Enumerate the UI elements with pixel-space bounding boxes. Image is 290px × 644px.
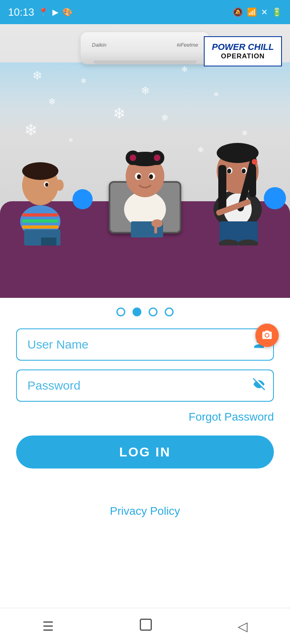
- svg-rect-1: [22, 213, 58, 217]
- nav-bar: ☰ ◁: [0, 608, 290, 644]
- youtube-icon: ▶: [52, 7, 58, 17]
- badge-title: POWER CHILL: [212, 42, 274, 52]
- ball-left: [72, 189, 93, 209]
- svg-point-8: [45, 183, 48, 187]
- carousel-dot-0[interactable]: [116, 308, 125, 316]
- svg-point-35: [227, 169, 231, 173]
- badge-subtitle: OPERATION: [212, 52, 274, 60]
- svg-point-33: [252, 159, 257, 165]
- privacy-policy-link[interactable]: Privacy Policy: [110, 505, 180, 517]
- svg-rect-43: [141, 619, 151, 630]
- status-time: 10:13: [8, 6, 34, 19]
- carousel-dot-3[interactable]: [165, 308, 174, 316]
- svg-rect-3: [22, 225, 58, 229]
- home-square-icon[interactable]: [139, 617, 153, 635]
- eye-off-icon[interactable]: [253, 378, 265, 393]
- kid-left: [8, 133, 72, 246]
- camera-badge[interactable]: [255, 324, 279, 347]
- status-bar: 10:13 📍 ▶ 🎨 🔕 📶 ✕ 🔋: [0, 0, 290, 24]
- location-icon: 📍: [38, 7, 48, 17]
- svg-rect-11: [41, 237, 56, 246]
- login-form: Forgot Password LOG IN Privacy Policy: [0, 324, 290, 530]
- carousel-dot-2[interactable]: [149, 308, 157, 316]
- username-input[interactable]: [16, 328, 274, 361]
- ac-brand-left: Daikin: [92, 42, 106, 48]
- cold-air-effect: [0, 62, 290, 135]
- svg-rect-29: [218, 165, 226, 213]
- svg-point-25: [154, 155, 160, 161]
- muted-icon: 🔕: [233, 7, 243, 17]
- password-group: [16, 369, 274, 402]
- power-chill-badge: POWER CHILL OPERATION: [204, 36, 282, 66]
- kid-right: [197, 125, 278, 246]
- svg-rect-2: [22, 219, 58, 223]
- svg-point-24: [130, 155, 136, 161]
- battery-icon: 🔋: [272, 7, 282, 17]
- svg-point-6: [56, 180, 64, 191]
- back-icon[interactable]: ◁: [238, 619, 248, 634]
- login-button[interactable]: LOG IN: [16, 436, 274, 469]
- fresco-icon: 🎨: [62, 7, 72, 17]
- svg-point-37: [242, 169, 246, 173]
- username-group: [16, 328, 274, 361]
- hamburger-icon[interactable]: ☰: [42, 619, 54, 634]
- privacy-policy-container: Privacy Policy: [16, 505, 274, 518]
- kid-center: [111, 129, 179, 237]
- carousel-dots: [0, 298, 290, 324]
- svg-point-20: [149, 174, 153, 179]
- carousel-dot-1[interactable]: [133, 308, 141, 316]
- forgot-password-container: Forgot Password: [16, 411, 274, 423]
- ac-brand-right: #iFeelme: [177, 42, 198, 48]
- wifi-icon: 📶: [247, 7, 257, 17]
- hero-banner: Daikin #iFeelme POWER CHILL OPERATION ❄ …: [0, 24, 290, 298]
- forgot-password-link[interactable]: Forgot Password: [188, 411, 274, 423]
- password-input[interactable]: [16, 369, 274, 402]
- signal-icon: ✕: [261, 7, 268, 17]
- svg-point-22: [151, 219, 163, 227]
- svg-point-5: [22, 162, 58, 180]
- svg-rect-23: [154, 225, 157, 233]
- svg-point-32: [217, 143, 259, 163]
- svg-point-18: [137, 174, 141, 179]
- svg-rect-10: [25, 237, 40, 246]
- ac-unit: Daikin #iFeelme: [81, 32, 209, 64]
